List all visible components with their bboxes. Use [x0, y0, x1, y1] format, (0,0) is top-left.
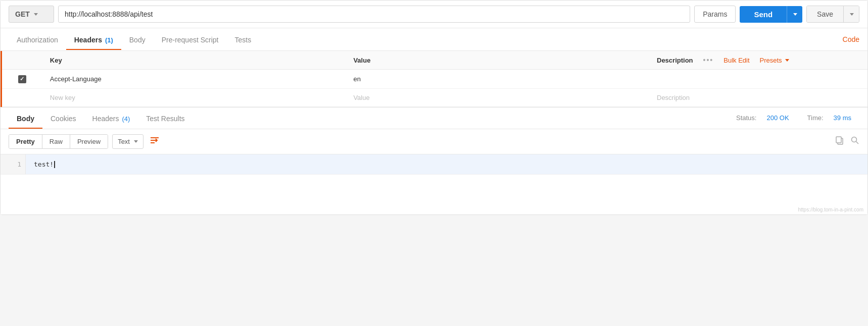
status-value: 200 OK — [766, 114, 789, 122]
send-dropdown-button[interactable] — [787, 6, 802, 23]
app-container: GET Params Send Save Authorization Heade… — [0, 0, 868, 215]
tab-authorization[interactable]: Authorization — [9, 29, 66, 50]
request-tabs: Authorization Headers (1) Body Pre-reque… — [1, 28, 867, 51]
new-key-placeholder: New key — [50, 94, 75, 101]
line-number: 1 — [1, 154, 26, 175]
send-chevron-icon — [793, 13, 797, 16]
pretty-button[interactable]: Pretty — [9, 135, 42, 148]
row-desc-cell[interactable] — [651, 70, 867, 89]
desc-col-header: Description ••• Bulk Edit Presets — [651, 51, 867, 70]
watermark: https://blog.tom-in-a-pint.com — [798, 207, 864, 212]
time-label: Time: — [807, 114, 824, 122]
send-button[interactable]: Send — [740, 6, 787, 23]
headers-badge: (1) — [105, 36, 113, 44]
format-group: Pretty Raw Preview — [9, 134, 108, 149]
wrap-icon[interactable] — [150, 135, 160, 148]
tab-tests[interactable]: Tests — [227, 29, 260, 50]
status-label: Status: — [736, 114, 756, 122]
svg-rect-4 — [836, 137, 841, 143]
text-cursor — [54, 161, 55, 168]
params-button[interactable]: Params — [694, 6, 736, 23]
row-checkbox-cell[interactable] — [1, 70, 44, 89]
send-group: Send — [740, 6, 802, 23]
row-value-cell[interactable]: en — [347, 70, 651, 89]
new-desc-cell[interactable]: Description — [651, 88, 867, 106]
headers-section: Key Value Description ••• Bulk Edit Pres… — [1, 51, 867, 107]
response-tab-test-results[interactable]: Test Results — [138, 107, 192, 129]
response-tab-cookies[interactable]: Cookies — [42, 107, 84, 129]
headers-table: Key Value Description ••• Bulk Edit Pres… — [1, 51, 867, 107]
save-group: Save — [806, 6, 859, 23]
method-dropdown-icon — [34, 13, 38, 16]
text-format-chevron-icon — [134, 140, 138, 143]
code-link[interactable]: Code — [843, 28, 859, 50]
presets-chevron-icon — [785, 59, 789, 62]
response-empty-area: https://blog.tom-in-a-pint.com — [1, 174, 867, 214]
key-col-header: Key — [44, 51, 348, 70]
response-status-bar: Status: 200 OK Time: 39 ms — [736, 114, 859, 122]
response-section: Body Cookies Headers (4) Test Results St… — [1, 107, 867, 215]
time-value: 39 ms — [834, 114, 851, 122]
response-tab-headers[interactable]: Headers (4) — [84, 107, 138, 129]
response-headers-badge: (4) — [122, 115, 130, 123]
method-label: GET — [15, 10, 30, 18]
orange-accent-bar — [1, 51, 2, 107]
new-value-placeholder: Value — [353, 94, 369, 101]
top-bar: GET Params Send Save — [1, 1, 867, 28]
url-input[interactable] — [58, 6, 690, 23]
save-button[interactable]: Save — [807, 6, 843, 22]
new-row-checkbox-cell — [1, 88, 44, 106]
row-key-cell[interactable]: Accept-Language — [44, 70, 348, 89]
more-options-icon[interactable]: ••• — [703, 56, 714, 64]
new-row: New key Value Description — [1, 88, 867, 106]
svg-line-6 — [856, 142, 859, 144]
response-content: 1 test! — [1, 154, 867, 175]
raw-button[interactable]: Raw — [42, 135, 70, 148]
presets-button[interactable]: Presets — [760, 57, 789, 64]
new-value-cell[interactable]: Value — [347, 88, 651, 106]
save-chevron-icon — [850, 13, 854, 16]
text-format-select[interactable]: Text — [112, 134, 143, 149]
response-actions — [835, 136, 859, 147]
new-key-cell[interactable]: New key — [44, 88, 348, 106]
response-tab-body[interactable]: Body — [9, 107, 42, 129]
preview-button[interactable]: Preview — [70, 135, 108, 148]
response-tabs: Body Cookies Headers (4) Test Results St… — [1, 107, 867, 129]
response-toolbar: Pretty Raw Preview Text — [1, 129, 867, 154]
copy-icon[interactable] — [835, 136, 844, 147]
checkbox-col-header — [1, 51, 44, 70]
save-dropdown-button[interactable] — [843, 6, 859, 22]
value-col-header: Value — [347, 51, 651, 70]
response-body-text: test! — [26, 154, 867, 175]
bulk-edit-button[interactable]: Bulk Edit — [724, 57, 749, 64]
row-checkbox[interactable] — [18, 75, 26, 83]
tab-headers[interactable]: Headers (1) — [66, 29, 121, 50]
method-select[interactable]: GET — [9, 6, 54, 23]
table-row: Accept-Language en — [1, 70, 867, 89]
svg-point-5 — [852, 137, 857, 142]
response-content-wrapper: 1 test! https://blog.tom-in-a-pint.com — [1, 154, 867, 215]
new-desc-placeholder: Description — [657, 94, 690, 101]
tab-pre-request[interactable]: Pre-request Script — [154, 29, 227, 50]
tab-body[interactable]: Body — [121, 29, 154, 50]
search-icon[interactable] — [850, 136, 859, 147]
